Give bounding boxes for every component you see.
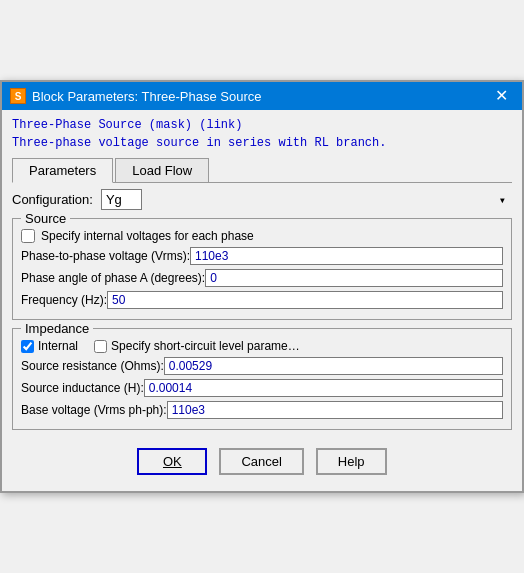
frequency-label: Frequency (Hz): (21, 293, 107, 307)
source-inductance-input[interactable] (144, 379, 503, 397)
title-bar: S Block Parameters: Three-Phase Source ✕ (2, 82, 522, 110)
short-circuit-checkbox[interactable] (94, 340, 107, 353)
base-voltage-label: Base voltage (Vrms ph-ph): (21, 403, 167, 417)
icon-label: S (15, 91, 22, 102)
internal-voltage-row: Specify internal voltages for each phase (21, 229, 503, 243)
frequency-row: Frequency (Hz): (21, 291, 503, 309)
base-voltage-row: Base voltage (Vrms ph-ph): (21, 401, 503, 419)
button-row: OK Cancel Help (12, 438, 512, 483)
source-resistance-label: Source resistance (Ohms): (21, 359, 164, 373)
ok-button[interactable]: OK (137, 448, 207, 475)
config-label: Configuration: (12, 192, 93, 207)
internal-voltage-label: Specify internal voltages for each phase (41, 229, 254, 243)
source-resistance-row: Source resistance (Ohms): (21, 357, 503, 375)
impedance-group-label: Impedance (21, 321, 93, 336)
source-resistance-input[interactable] (164, 357, 503, 375)
tab-load-flow[interactable]: Load Flow (115, 158, 209, 182)
phase-angle-label: Phase angle of phase A (degrees): (21, 271, 205, 285)
internal-checkbox[interactable] (21, 340, 34, 353)
source-group-label: Source (21, 211, 70, 226)
tab-parameters[interactable]: Parameters (12, 158, 113, 183)
content-area: Three-Phase Source (mask) (link) Three-p… (2, 110, 522, 491)
frequency-input[interactable] (107, 291, 503, 309)
impedance-checkboxes-row: Internal Specify short-circuit level par… (21, 339, 503, 353)
close-button[interactable]: ✕ (489, 86, 514, 106)
config-select[interactable]: Yg Y Delta (101, 189, 142, 210)
phase-voltage-row: Phase-to-phase voltage (Vrms): (21, 247, 503, 265)
mask-link-text: Three-Phase Source (mask) (link) (12, 118, 512, 132)
config-select-wrapper: Yg Y Delta (101, 189, 512, 210)
config-row: Configuration: Yg Y Delta (12, 189, 512, 210)
phase-angle-input[interactable] (205, 269, 503, 287)
phase-voltage-input[interactable] (190, 247, 503, 265)
button-area: OK Cancel Help (12, 438, 512, 483)
description-text: Three-phase voltage source in series wit… (12, 136, 512, 150)
window-icon: S (10, 88, 26, 104)
internal-check-group: Internal (21, 339, 78, 353)
cancel-button[interactable]: Cancel (219, 448, 303, 475)
dialog-window: S Block Parameters: Three-Phase Source ✕… (0, 80, 524, 493)
internal-checkbox-label: Internal (38, 339, 78, 353)
source-inductance-label: Source inductance (H): (21, 381, 144, 395)
title-bar-left: S Block Parameters: Three-Phase Source (10, 88, 262, 104)
source-group: Source Specify internal voltages for eac… (12, 218, 512, 320)
short-circuit-label: Specify short-circuit level parame… (111, 339, 300, 353)
source-inductance-row: Source inductance (H): (21, 379, 503, 397)
phase-voltage-label: Phase-to-phase voltage (Vrms): (21, 249, 190, 263)
phase-angle-row: Phase angle of phase A (degrees): (21, 269, 503, 287)
tab-bar: Parameters Load Flow (12, 158, 512, 183)
impedance-group: Impedance Internal Specify short-circuit… (12, 328, 512, 430)
window-title: Block Parameters: Three-Phase Source (32, 89, 262, 104)
short-circuit-check-group: Specify short-circuit level parame… (94, 339, 300, 353)
internal-voltage-checkbox[interactable] (21, 229, 35, 243)
help-button[interactable]: Help (316, 448, 387, 475)
base-voltage-input[interactable] (167, 401, 503, 419)
